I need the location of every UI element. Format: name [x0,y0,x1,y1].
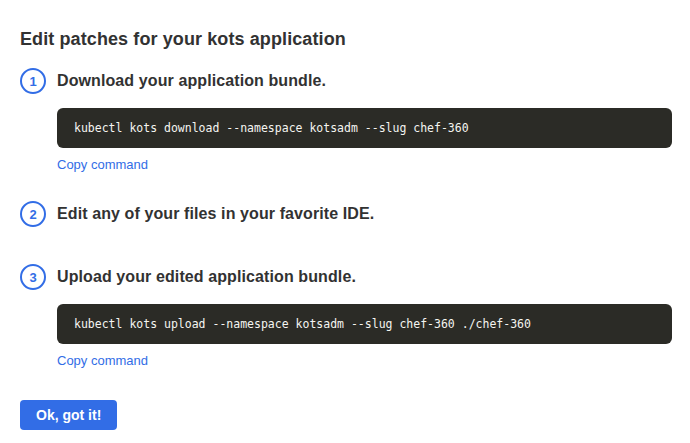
step-2-label: Edit any of your files in your favorite … [57,201,672,227]
upload-command-text: kubectl kots upload --namespace kotsadm … [74,317,531,331]
download-command-code-block: kubectl kots download --namespace kotsad… [57,108,672,148]
page-title: Edit patches for your kots application [20,29,672,50]
edit-patches-panel: Edit patches for your kots application 1… [0,0,690,369]
step-3-number-badge: 3 [20,264,46,290]
copy-download-command-link[interactable]: Copy command [57,157,148,172]
step-1-label: Download your application bundle. [57,68,672,94]
ok-got-it-button[interactable]: Ok, got it! [20,400,117,430]
copy-upload-command-link[interactable]: Copy command [57,353,148,368]
step-download: 1 Download your application bundle. kube… [20,68,672,173]
step-1-body: Download your application bundle. kubect… [57,68,672,173]
step-1-number-badge: 1 [20,68,46,94]
download-command-text: kubectl kots download --namespace kotsad… [74,121,469,135]
step-upload: 3 Upload your edited application bundle.… [20,264,672,369]
step-3-body: Upload your edited application bundle. k… [57,264,672,369]
step-edit: 2 Edit any of your files in your favorit… [20,201,672,227]
step-2-body: Edit any of your files in your favorite … [57,201,672,227]
step-3-label: Upload your edited application bundle. [57,264,672,290]
step-2-number-badge: 2 [20,201,46,227]
upload-command-code-block: kubectl kots upload --namespace kotsadm … [57,304,672,344]
